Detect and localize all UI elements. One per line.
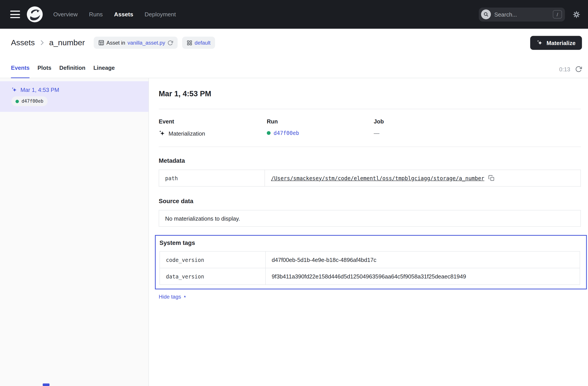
- breadcrumb-chevron-icon: [38, 39, 46, 46]
- event-timestamp: Mar 1, 4:53 PM: [20, 87, 59, 93]
- asset-group-badge[interactable]: default: [182, 37, 215, 49]
- reload-location-icon[interactable]: [168, 40, 173, 45]
- metadata-table: path /Users/smackesey/stm/code/elementl/…: [159, 170, 581, 187]
- table-row: path /Users/smackesey/stm/code/elementl/…: [159, 170, 581, 186]
- event-list-sidebar: Mar 1, 4:53 PM d47f00eb: [0, 78, 149, 386]
- breadcrumb: Assets a_number: [11, 38, 85, 47]
- event-summary-columns: Event Materialization Run: [159, 118, 581, 137]
- breadcrumb-current-asset: a_number: [49, 38, 85, 47]
- system-tags-table: code_version d47f00eb-5d1b-4e9e-b18c-489…: [160, 251, 580, 285]
- asset-tabs: Events Plots Definition Lineage 0:13: [0, 57, 588, 78]
- materialization-sparkle-icon: [11, 87, 17, 93]
- hide-tags-button[interactable]: Hide tags ▲: [159, 293, 187, 299]
- refresh-area: 0:13: [559, 66, 582, 78]
- event-column-header: Event: [159, 118, 267, 124]
- system-tags-heading: System tags: [160, 240, 580, 246]
- run-id-pill[interactable]: d47f00eb: [11, 96, 47, 106]
- nav-assets[interactable]: Assets: [114, 11, 133, 18]
- event-type-label: Materialization: [168, 130, 205, 137]
- materialization-icon: [159, 130, 166, 137]
- run-id-label: d47f00eb: [22, 99, 43, 104]
- top-nav: Overview Runs Assets Deployment /: [0, 0, 588, 29]
- run-column: Run d47f00eb: [267, 118, 374, 137]
- sparkle-icon: [537, 40, 543, 46]
- search-shortcut-key: /: [553, 10, 562, 19]
- materialize-button-label: Materialize: [546, 40, 575, 46]
- metadata-heading: Metadata: [159, 158, 581, 164]
- metadata-key: path: [159, 170, 265, 186]
- system-tag-key: data_version: [160, 268, 266, 285]
- run-status-dot: [267, 131, 271, 135]
- event-timestamp-row: Mar 1, 4:53 PM: [11, 87, 139, 93]
- page-header: Assets a_number Asset in vanilla_asset.p…: [0, 29, 588, 57]
- nav-runs[interactable]: Runs: [89, 11, 103, 18]
- system-tags-highlight-box: System tags code_version d47f00eb-5d1b-4…: [155, 235, 587, 289]
- materialize-button[interactable]: Materialize: [530, 36, 582, 50]
- run-column-header: Run: [267, 118, 374, 124]
- event-detail-title: Mar 1, 4:53 PM: [159, 89, 581, 98]
- empty-message-text: No materializations to display.: [165, 215, 240, 222]
- tab-plots[interactable]: Plots: [38, 58, 51, 78]
- run-id-link[interactable]: d47f00eb: [274, 130, 299, 136]
- content-area: Mar 1, 4:53 PM d47f00eb Mar 1, 4:53 PM E…: [0, 78, 588, 386]
- event-detail-panel: Mar 1, 4:53 PM Event Materialization: [149, 78, 588, 386]
- dagster-logo[interactable]: [26, 6, 43, 22]
- system-tag-key: code_version: [160, 251, 266, 268]
- table-grid-icon: [98, 40, 104, 46]
- asset-group-icon: [187, 40, 192, 45]
- search-icon: [481, 9, 491, 19]
- event-list-item[interactable]: Mar 1, 4:53 PM d47f00eb: [0, 81, 148, 112]
- caret-up-icon: ▲: [183, 295, 187, 298]
- scrollbar-thumb[interactable]: [43, 383, 49, 386]
- tab-lineage[interactable]: Lineage: [93, 58, 115, 78]
- tab-definition[interactable]: Definition: [59, 58, 85, 78]
- asset-file-link[interactable]: vanilla_asset.py: [127, 40, 165, 46]
- table-row: code_version d47f00eb-5d1b-4e9e-b18c-489…: [160, 251, 580, 268]
- hide-tags-label: Hide tags: [159, 293, 181, 299]
- system-tag-value: d47f00eb-5d1b-4e9e-b18c-4896af4bd17c: [266, 251, 580, 268]
- event-column: Event Materialization: [159, 118, 267, 137]
- global-search[interactable]: /: [479, 7, 565, 21]
- copy-path-icon[interactable]: [488, 175, 495, 181]
- group-default-link[interactable]: default: [195, 40, 210, 46]
- system-tag-value: 9f3b411a390fd22e158d446d5d12504963596aa6…: [266, 268, 580, 285]
- menu-icon[interactable]: [10, 11, 20, 18]
- settings-gear-icon[interactable]: [572, 10, 581, 18]
- tab-events[interactable]: Events: [11, 58, 30, 78]
- app-root: Overview Runs Assets Deployment /: [0, 0, 588, 386]
- run-status-dot: [16, 100, 19, 103]
- metadata-path-link[interactable]: /Users/smackesey/stm/code/elementl/oss/t…: [271, 175, 484, 181]
- asset-definition-badge[interactable]: Asset in vanilla_asset.py: [94, 37, 178, 49]
- table-row: data_version 9f3b411a390fd22e158d446d5d1…: [160, 268, 580, 285]
- source-data-heading: Source data: [159, 198, 581, 205]
- refresh-countdown: 0:13: [559, 66, 570, 72]
- refresh-icon[interactable]: [575, 66, 582, 73]
- asset-badge-prefix: Asset in: [106, 40, 125, 46]
- primary-nav: Overview Runs Assets Deployment: [53, 11, 176, 18]
- job-empty-value: —: [374, 130, 379, 137]
- nav-deployment[interactable]: Deployment: [145, 11, 176, 18]
- breadcrumb-assets-link[interactable]: Assets: [11, 38, 35, 47]
- nav-overview[interactable]: Overview: [53, 11, 78, 18]
- search-input[interactable]: [494, 11, 553, 18]
- job-column-header: Job: [374, 118, 384, 124]
- source-data-empty-message: No materializations to display.: [159, 210, 581, 226]
- job-column: Job —: [374, 118, 384, 137]
